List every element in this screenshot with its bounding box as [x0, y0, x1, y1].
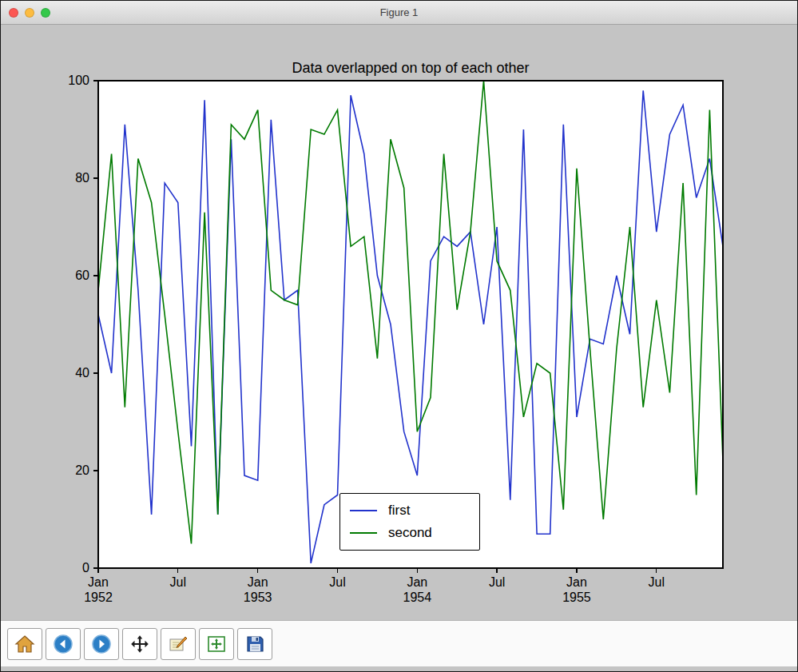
y-tick-label: 80: [75, 171, 89, 185]
x-tick-label: Jan1954: [403, 575, 432, 605]
home-button[interactable]: [7, 628, 42, 660]
subplots-icon: [206, 634, 227, 654]
titlebar[interactable]: Figure 1: [1, 1, 797, 25]
toolbar-buttons: [7, 628, 272, 660]
save-button[interactable]: [237, 628, 272, 660]
save-icon: [244, 634, 265, 654]
pan-icon: [129, 634, 150, 654]
y-tick-label: 40: [75, 366, 89, 380]
forward-icon: [91, 634, 112, 654]
legend: first second: [339, 493, 480, 551]
y-tick-label: 100: [68, 74, 89, 88]
legend-label-first: first: [388, 503, 410, 519]
window-bottom-strip: [1, 666, 797, 671]
toolbar: [1, 620, 797, 666]
y-tick-label: 0: [82, 561, 89, 575]
figure-window: Figure 1 Data overlapped on top of each …: [0, 0, 798, 672]
zoom-button[interactable]: [41, 8, 50, 18]
close-button[interactable]: [9, 8, 18, 18]
window-controls: [9, 1, 50, 24]
legend-entry-second: second: [350, 525, 470, 541]
home-icon: [14, 634, 35, 654]
x-tick-label: Jul: [649, 575, 665, 590]
y-tick-label: 60: [75, 268, 89, 283]
minimize-button[interactable]: [25, 8, 34, 18]
y-tick-label: 20: [75, 463, 89, 478]
zoom-rect-icon: [168, 634, 189, 654]
legend-line-second: [350, 532, 377, 534]
legend-label-second: second: [388, 525, 432, 541]
series-line-second: [98, 81, 723, 544]
x-tick-label: Jul: [329, 575, 345, 590]
zoom-rect-button[interactable]: [161, 628, 196, 660]
x-tick-label: Jan1955: [562, 575, 591, 605]
back-icon: [53, 634, 73, 654]
back-button[interactable]: [46, 628, 81, 660]
figure-area: Data overlapped on top of each other 020…: [1, 25, 797, 620]
x-tick-label: Jul: [489, 575, 505, 590]
pan-button[interactable]: [122, 628, 157, 660]
chart-title: Data overlapped on top of each other: [98, 60, 723, 77]
x-tick-label: Jan1952: [84, 575, 113, 605]
legend-line-first: [350, 510, 377, 511]
legend-entry-first: first: [350, 503, 470, 519]
configure-subplots-button[interactable]: [199, 628, 234, 660]
window-title: Figure 1: [380, 6, 419, 18]
forward-button[interactable]: [84, 628, 119, 660]
x-tick-label: Jul: [170, 575, 186, 590]
x-tick-label: Jan1953: [244, 575, 272, 605]
plot-canvas[interactable]: 020406080100 Jan1952JulJan1953JulJan1954…: [98, 81, 723, 568]
